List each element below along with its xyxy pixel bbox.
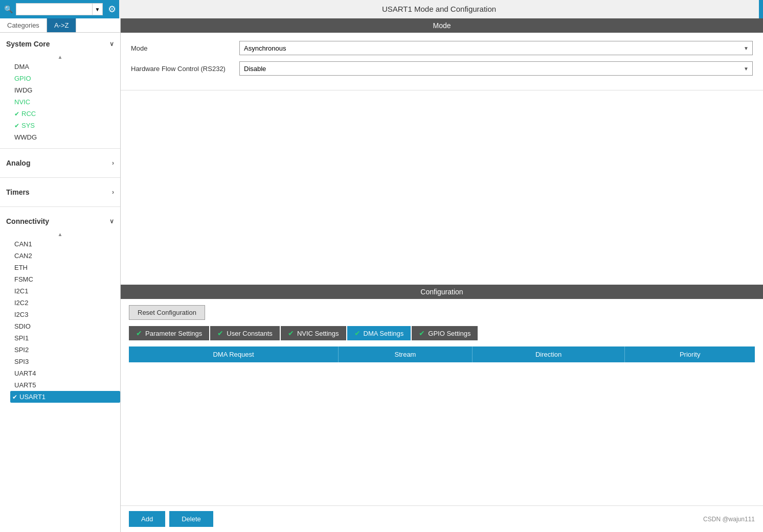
sidebar-item-sys[interactable]: ✔ SYS xyxy=(10,120,120,131)
sidebar-item-dma[interactable]: DMA xyxy=(10,61,120,73)
dma-table-body xyxy=(129,362,755,424)
hwflow-select-wrapper: Disable CTS Only RTS Only CTS/RTS xyxy=(239,61,753,76)
col-dma-request: DMA Request xyxy=(129,346,339,362)
section-timers: Timers › xyxy=(0,181,120,203)
tab-user-constants[interactable]: ✔ User Constants xyxy=(210,326,280,340)
tab-parameter-label: Parameter Settings xyxy=(145,330,202,337)
chevron-down-icon-connectivity: ∨ xyxy=(109,218,114,225)
mode-section-header: Mode xyxy=(121,18,763,33)
scroll-up-system-core[interactable]: ▲ xyxy=(0,53,120,61)
sidebar-item-sdio[interactable]: SDIO xyxy=(10,320,120,332)
can2-label: CAN2 xyxy=(14,252,32,260)
sidebar-item-rcc[interactable]: ✔ RCC xyxy=(10,108,120,120)
content-area: Mode Mode Asynchronous Synchronous Disab… xyxy=(121,18,763,532)
iwdg-label: IWDG xyxy=(14,86,32,94)
divider-3 xyxy=(0,206,120,207)
check-icon-sys: ✔ xyxy=(14,122,19,129)
sidebar-item-nvic[interactable]: NVIC xyxy=(10,96,120,108)
sidebar-item-i2c2[interactable]: I2C2 xyxy=(10,297,120,309)
chevron-right-icon-timers: › xyxy=(112,189,114,196)
i2c3-label: I2C3 xyxy=(14,311,28,318)
sidebar-item-iwdg[interactable]: IWDG xyxy=(10,84,120,96)
sidebar-item-i2c1[interactable]: I2C1 xyxy=(10,285,120,297)
tab-gpio-settings[interactable]: ✔ GPIO Settings xyxy=(412,326,478,340)
tab-categories[interactable]: Categories xyxy=(0,18,47,32)
section-header-connectivity[interactable]: Connectivity ∨ xyxy=(0,212,120,230)
dma-table: DMA Request Stream Direction Priority xyxy=(129,346,755,424)
wwdg-label: WWDG xyxy=(14,133,37,141)
section-analog-label: Analog xyxy=(6,159,30,167)
section-header-analog[interactable]: Analog › xyxy=(0,154,120,172)
sidebar-item-usart1[interactable]: ✔ USART1 xyxy=(10,391,120,403)
empty-row xyxy=(129,362,755,424)
config-section-header: Configuration xyxy=(121,285,763,299)
add-button[interactable]: Add xyxy=(129,511,165,527)
mode-field-label: Mode xyxy=(131,44,233,52)
reset-configuration-button[interactable]: Reset Configuration xyxy=(129,305,205,320)
sdio-label: SDIO xyxy=(14,322,31,330)
system-core-items: DMA GPIO IWDG NVIC ✔ xyxy=(0,61,120,143)
uart5-label: UART5 xyxy=(14,381,36,389)
search-icon: 🔍 xyxy=(4,5,13,13)
hwflow-field-label: Hardware Flow Control (RS232) xyxy=(131,65,233,73)
top-bar: 🔍 ▼ ⚙ USART1 Mode and Configuration xyxy=(0,0,763,18)
tab-user-label: User Constants xyxy=(227,330,273,337)
sidebar-item-i2c3[interactable]: I2C3 xyxy=(10,309,120,320)
spi1-label: SPI1 xyxy=(14,334,29,342)
gear-icon[interactable]: ⚙ xyxy=(108,4,116,15)
check-icon-nvic: ✔ xyxy=(288,329,294,337)
sidebar-item-can2[interactable]: CAN2 xyxy=(10,250,120,262)
dma-label: DMA xyxy=(14,63,29,71)
divider-2 xyxy=(0,177,120,178)
usart1-label: USART1 xyxy=(19,393,46,401)
sidebar-item-uart4[interactable]: UART4 xyxy=(10,367,120,379)
tab-atoz[interactable]: A->Z xyxy=(47,18,77,32)
section-header-system-core[interactable]: System Core ∨ xyxy=(0,35,120,53)
sidebar-item-fsmc[interactable]: FSMC xyxy=(10,273,120,285)
section-connectivity: Connectivity ∨ ▲ CAN1 CAN2 ETH FSMC xyxy=(0,210,120,405)
config-tabs: ✔ Parameter Settings ✔ User Constants ✔ … xyxy=(129,326,755,340)
check-icon-gpio: ✔ xyxy=(419,329,425,337)
tab-dma-settings[interactable]: ✔ DMA Settings xyxy=(347,326,411,340)
sidebar-item-spi3[interactable]: SPI3 xyxy=(10,356,120,367)
sidebar-item-wwdg[interactable]: WWDG xyxy=(10,131,120,143)
tab-nvic-settings[interactable]: ✔ NVIC Settings xyxy=(281,326,346,340)
chevron-right-icon-analog: › xyxy=(112,159,114,167)
spi3-label: SPI3 xyxy=(14,358,29,365)
col-stream: Stream xyxy=(339,346,473,362)
tab-parameter-settings[interactable]: ✔ Parameter Settings xyxy=(129,326,209,340)
can1-label: CAN1 xyxy=(14,240,32,248)
connectivity-items: CAN1 CAN2 ETH FSMC I2C1 I2C2 xyxy=(0,238,120,403)
mode-content-spacer xyxy=(121,90,763,285)
delete-button[interactable]: Delete xyxy=(169,511,213,527)
config-body: Reset Configuration ✔ Parameter Settings… xyxy=(121,299,763,505)
mode-select[interactable]: Asynchronous Synchronous Disable xyxy=(239,41,753,55)
tab-dma-label: DMA Settings xyxy=(364,330,404,337)
i2c2-label: I2C2 xyxy=(14,299,28,307)
search-input[interactable] xyxy=(16,3,93,15)
tab-nvic-label: NVIC Settings xyxy=(297,330,339,337)
section-system-core: System Core ∨ ▲ DMA GPIO IWDG xyxy=(0,33,120,145)
eth-label: ETH xyxy=(14,264,28,271)
main-layout: Categories A->Z System Core ∨ ▲ DMA xyxy=(0,18,763,532)
check-icon-rcc: ✔ xyxy=(14,110,19,118)
mode-row-mode: Mode Asynchronous Synchronous Disable xyxy=(131,41,753,55)
section-header-timers[interactable]: Timers › xyxy=(0,183,120,201)
section-timers-label: Timers xyxy=(6,188,30,196)
search-dropdown-arrow[interactable]: ▼ xyxy=(93,3,103,15)
section-analog: Analog › xyxy=(0,152,120,174)
hwflow-select[interactable]: Disable CTS Only RTS Only CTS/RTS xyxy=(239,61,753,76)
scroll-up-connectivity[interactable]: ▲ xyxy=(0,230,120,238)
sidebar-item-gpio[interactable]: GPIO xyxy=(10,73,120,84)
mode-section: Mode Asynchronous Synchronous Disable Ha… xyxy=(121,33,763,90)
uart4-label: UART4 xyxy=(14,369,36,377)
sys-label: SYS xyxy=(21,122,35,129)
sidebar-item-spi2[interactable]: SPI2 xyxy=(10,344,120,356)
sidebar-item-uart5[interactable]: UART5 xyxy=(10,379,120,391)
sidebar-item-spi1[interactable]: SPI1 xyxy=(10,332,120,344)
check-icon-usart1: ✔ xyxy=(12,394,17,401)
sidebar-content: System Core ∨ ▲ DMA GPIO IWDG xyxy=(0,33,120,532)
sidebar-item-can1[interactable]: CAN1 xyxy=(10,238,120,250)
section-system-core-label: System Core xyxy=(6,40,50,48)
sidebar-item-eth[interactable]: ETH xyxy=(10,262,120,273)
